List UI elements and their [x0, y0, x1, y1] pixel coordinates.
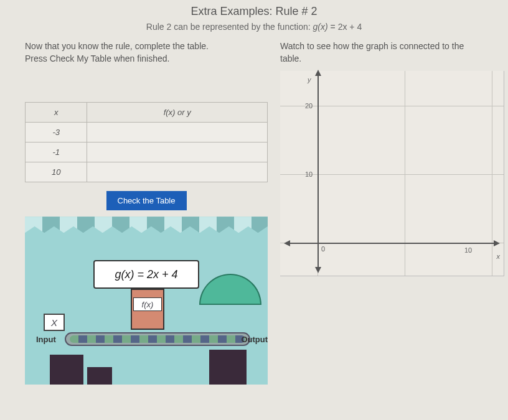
subtitle-text: Rule 2 can be represented by the functio… — [146, 22, 313, 32]
x-axis-label: x — [497, 253, 501, 260]
y-tick-20: 20 — [305, 102, 313, 110]
y-tick-10: 10 — [305, 170, 313, 178]
origin-label: 0 — [321, 245, 325, 253]
page-title: Extra Examples: Rule # 2 — [0, 5, 508, 18]
instr-line2: table. — [280, 54, 301, 63]
left-instruction: Now that you know the rule, complete the… — [25, 40, 268, 65]
gridline — [280, 174, 504, 175]
conveyor-belt — [65, 332, 250, 346]
block-decoration — [50, 355, 83, 385]
function-sign: g(x) = 2x + 4 — [93, 260, 199, 289]
arrow-up-icon — [315, 70, 321, 76]
input-label: Input — [36, 335, 56, 344]
cell-y[interactable] — [87, 123, 268, 142]
x-axis — [289, 243, 495, 244]
instr-line1: Watch to see how the graph is connected … — [280, 41, 464, 51]
block-decoration — [87, 367, 112, 385]
col-y-header: f(x) or y — [87, 103, 268, 123]
subtitle-expr: 2x + 4 — [338, 22, 362, 32]
cell-x: -1 — [26, 142, 87, 162]
awning-decoration — [25, 217, 268, 233]
x-input-box[interactable]: X — [44, 314, 65, 331]
game-area: g(x) = 2x + 4 f(x) X Input Output — [25, 217, 268, 385]
x-tick-10: 10 — [464, 246, 472, 254]
machine-label: f(x) — [133, 297, 162, 311]
check-table-button[interactable]: Check the Table — [106, 191, 187, 210]
gridline — [280, 106, 504, 106]
cell-x: -3 — [26, 123, 87, 142]
col-x-header: x — [26, 103, 87, 123]
table-row: 10 — [26, 162, 268, 182]
function-table: x f(x) or y -3 -1 10 — [25, 102, 268, 182]
output-label: Output — [241, 335, 268, 344]
cell-y[interactable] — [87, 142, 268, 162]
cell-x: 10 — [26, 162, 87, 182]
coordinate-graph: y 20 10 0 10 x — [280, 71, 504, 276]
subtitle: Rule 2 can be represented by the functio… — [0, 22, 508, 32]
gridline — [492, 71, 492, 276]
subtitle-eq: = — [331, 22, 338, 32]
arrow-down-icon — [315, 267, 321, 273]
block-decoration — [209, 350, 247, 385]
gridline — [405, 71, 405, 276]
y-axis-label: y — [308, 76, 311, 83]
arrow-left-icon — [284, 240, 290, 246]
right-instruction: Watch to see how the graph is connected … — [280, 40, 504, 65]
instr-line2: Press Check My Table when finished. — [25, 54, 169, 63]
table-row: -1 — [26, 142, 268, 162]
dome-decoration — [199, 274, 261, 305]
instr-line1: Now that you know the rule, complete the… — [25, 41, 209, 51]
table-row: -3 — [26, 123, 268, 142]
cell-y[interactable] — [87, 162, 268, 182]
y-axis — [318, 71, 319, 267]
arrow-right-icon — [494, 240, 500, 246]
subtitle-fn: g(x) — [313, 22, 328, 32]
